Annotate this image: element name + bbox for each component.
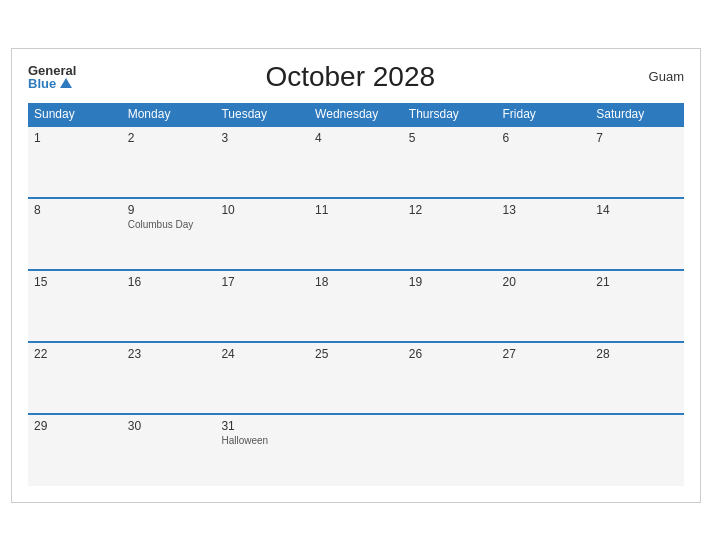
header-wednesday: Wednesday: [309, 103, 403, 126]
day-number: 31: [221, 419, 303, 433]
day-cell-w2-d6: 13: [497, 198, 591, 270]
day-cell-w5-d4: [309, 414, 403, 486]
day-cell-w3-d3: 17: [215, 270, 309, 342]
day-number: 4: [315, 131, 397, 145]
day-cell-w1-d4: 4: [309, 126, 403, 198]
day-cell-w2-d4: 11: [309, 198, 403, 270]
logo-triangle-icon: [60, 78, 72, 88]
week-row-2: 89Columbus Day1011121314: [28, 198, 684, 270]
day-cell-w3-d1: 15: [28, 270, 122, 342]
day-cell-w3-d5: 19: [403, 270, 497, 342]
day-number: 8: [34, 203, 116, 217]
calendar-header: General Blue October 2028 Guam: [28, 61, 684, 93]
day-cell-w4-d6: 27: [497, 342, 591, 414]
day-number: 27: [503, 347, 585, 361]
day-cell-w2-d2: 9Columbus Day: [122, 198, 216, 270]
day-number: 19: [409, 275, 491, 289]
day-cell-w1-d5: 5: [403, 126, 497, 198]
weekday-header-row: Sunday Monday Tuesday Wednesday Thursday…: [28, 103, 684, 126]
region-label: Guam: [624, 69, 684, 84]
week-row-4: 22232425262728: [28, 342, 684, 414]
logo-blue-text: Blue: [28, 77, 72, 90]
day-number: 15: [34, 275, 116, 289]
day-number: 6: [503, 131, 585, 145]
calendar-body: 123456789Columbus Day1011121314151617181…: [28, 126, 684, 486]
header-monday: Monday: [122, 103, 216, 126]
logo: General Blue: [28, 64, 76, 90]
day-cell-w3-d4: 18: [309, 270, 403, 342]
header-friday: Friday: [497, 103, 591, 126]
day-number: 24: [221, 347, 303, 361]
day-number: 13: [503, 203, 585, 217]
day-cell-w1-d3: 3: [215, 126, 309, 198]
day-number: 10: [221, 203, 303, 217]
day-number: 11: [315, 203, 397, 217]
week-row-1: 1234567: [28, 126, 684, 198]
day-cell-w5-d3: 31Halloween: [215, 414, 309, 486]
day-cell-w3-d7: 21: [590, 270, 684, 342]
day-cell-w4-d7: 28: [590, 342, 684, 414]
header-saturday: Saturday: [590, 103, 684, 126]
day-number: 29: [34, 419, 116, 433]
day-number: 25: [315, 347, 397, 361]
day-cell-w2-d1: 8: [28, 198, 122, 270]
day-cell-w4-d3: 24: [215, 342, 309, 414]
header-thursday: Thursday: [403, 103, 497, 126]
calendar-grid: Sunday Monday Tuesday Wednesday Thursday…: [28, 103, 684, 486]
day-cell-w2-d5: 12: [403, 198, 497, 270]
header-sunday: Sunday: [28, 103, 122, 126]
day-cell-w5-d7: [590, 414, 684, 486]
day-number: 21: [596, 275, 678, 289]
day-cell-w3-d6: 20: [497, 270, 591, 342]
day-number: 20: [503, 275, 585, 289]
day-cell-w4-d1: 22: [28, 342, 122, 414]
day-number: 17: [221, 275, 303, 289]
day-cell-w1-d6: 6: [497, 126, 591, 198]
day-cell-w5-d5: [403, 414, 497, 486]
day-number: 26: [409, 347, 491, 361]
week-row-5: 293031Halloween: [28, 414, 684, 486]
logo-general-text: General: [28, 64, 76, 77]
day-number: 28: [596, 347, 678, 361]
day-cell-w4-d5: 26: [403, 342, 497, 414]
day-cell-w1-d1: 1: [28, 126, 122, 198]
event-label: Halloween: [221, 435, 303, 446]
day-number: 3: [221, 131, 303, 145]
day-number: 5: [409, 131, 491, 145]
day-number: 16: [128, 275, 210, 289]
day-number: 2: [128, 131, 210, 145]
day-cell-w1-d2: 2: [122, 126, 216, 198]
day-number: 18: [315, 275, 397, 289]
day-cell-w1-d7: 7: [590, 126, 684, 198]
day-number: 23: [128, 347, 210, 361]
day-number: 14: [596, 203, 678, 217]
day-cell-w2-d3: 10: [215, 198, 309, 270]
day-number: 22: [34, 347, 116, 361]
day-number: 7: [596, 131, 678, 145]
day-number: 9: [128, 203, 210, 217]
day-cell-w4-d2: 23: [122, 342, 216, 414]
calendar-title: October 2028: [76, 61, 624, 93]
calendar-container: General Blue October 2028 Guam Sunday Mo…: [11, 48, 701, 503]
day-cell-w5-d2: 30: [122, 414, 216, 486]
event-label: Columbus Day: [128, 219, 210, 230]
day-cell-w5-d6: [497, 414, 591, 486]
day-cell-w5-d1: 29: [28, 414, 122, 486]
day-cell-w2-d7: 14: [590, 198, 684, 270]
day-number: 1: [34, 131, 116, 145]
day-number: 30: [128, 419, 210, 433]
day-cell-w3-d2: 16: [122, 270, 216, 342]
week-row-3: 15161718192021: [28, 270, 684, 342]
day-cell-w4-d4: 25: [309, 342, 403, 414]
day-number: 12: [409, 203, 491, 217]
header-tuesday: Tuesday: [215, 103, 309, 126]
